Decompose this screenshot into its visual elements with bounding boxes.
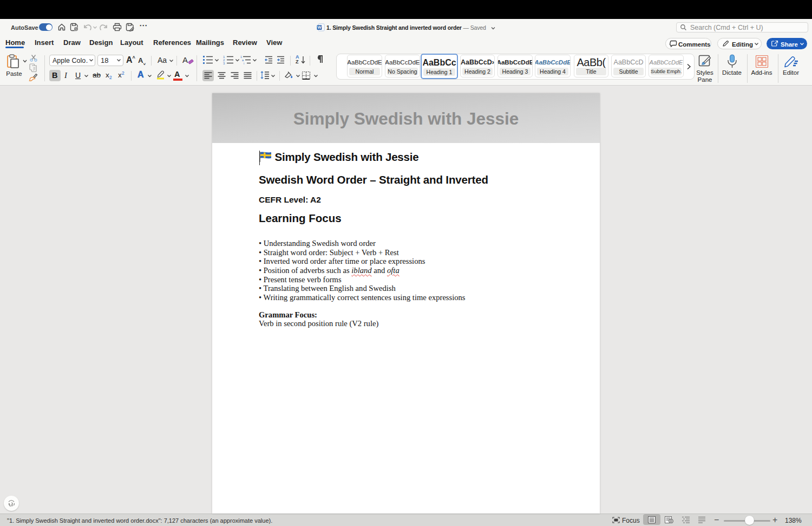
svg-text:3: 3 bbox=[223, 62, 225, 64]
svg-text:W: W bbox=[317, 25, 322, 30]
svg-text:i: i bbox=[244, 62, 244, 64]
